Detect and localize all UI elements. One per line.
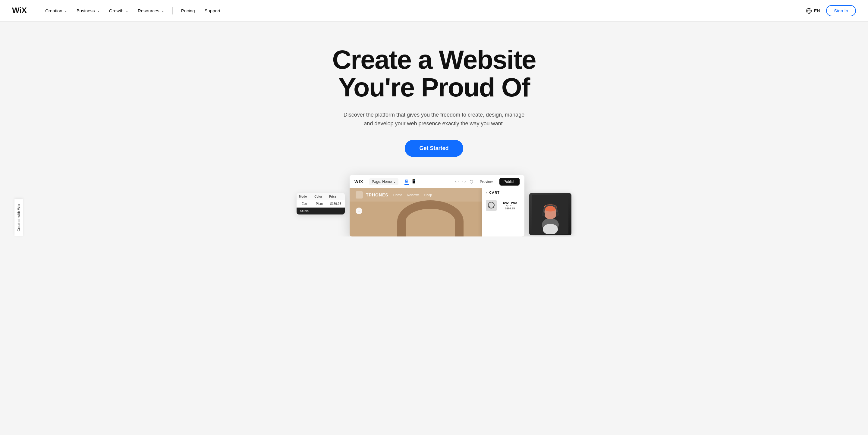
nav-links: Creation ⌄ Business ⌄ Growth ⌄ Resources… xyxy=(40,6,806,16)
nav-item-business[interactable]: Business ⌄ xyxy=(72,6,104,16)
page-icon-symbol: ☰ xyxy=(358,193,361,197)
preview-person-panel xyxy=(529,193,571,235)
editor-logo: WiX xyxy=(354,179,363,184)
redo-icon[interactable]: ↪ xyxy=(462,179,466,184)
svg-rect-13 xyxy=(542,212,545,216)
nav-item-pricing[interactable]: Pricing xyxy=(176,6,200,16)
hero-title: Create a Website You're Proud Of xyxy=(299,46,569,102)
table-cell-mode: Eco xyxy=(297,200,312,207)
hero-subtitle-text: Discover the platform that gives you the… xyxy=(344,112,524,127)
canvas-brand-name: TPHONES xyxy=(366,193,389,197)
nav-lang-label: EN xyxy=(814,8,820,13)
sign-in-button[interactable]: Sign In xyxy=(826,5,856,16)
table-row: Eco Plum $159.95 xyxy=(297,200,345,207)
nav-item-support[interactable]: Support xyxy=(200,6,225,16)
desktop-icon[interactable]: 🖥 xyxy=(404,179,409,185)
preview-table-panel: Mode Color Price Eco Plum $159.95 Studio xyxy=(297,193,345,214)
table-header-mode: Mode xyxy=(297,193,312,200)
nav-pricing-label: Pricing xyxy=(181,8,195,13)
editor-panel: WiX Page: Home ⌄ 🖥 📱 ↩ ↪ ⬡ Preview Publi… xyxy=(350,175,524,236)
canvas-nav-home: Home xyxy=(393,193,402,197)
svg-rect-14 xyxy=(556,212,559,216)
product-table: Mode Color Price Eco Plum $159.95 Studio xyxy=(297,193,345,214)
cart-item: END - PRO QTY: 1 $199.95 xyxy=(482,197,524,214)
hero-section: Create a Website You're Proud Of Discove… xyxy=(0,22,868,236)
get-started-button[interactable]: Get Started xyxy=(405,140,463,157)
chevron-down-icon: ⌄ xyxy=(393,179,396,184)
undo-icon[interactable]: ↩ xyxy=(455,179,459,184)
cart-title: CART xyxy=(489,191,500,194)
cart-header: › CART xyxy=(482,188,524,197)
nav-item-creation[interactable]: Creation ⌄ xyxy=(40,6,72,16)
nav-right: EN Sign In xyxy=(806,5,856,16)
mobile-icon[interactable]: 📱 xyxy=(411,179,416,185)
person-image xyxy=(529,193,571,235)
nav-language[interactable]: EN xyxy=(806,8,820,14)
cart-item-price: $199.95 xyxy=(499,207,521,210)
nav-support-label: Support xyxy=(205,8,221,13)
svg-text:WiX: WiX xyxy=(12,6,27,14)
globe-icon xyxy=(806,8,812,14)
sign-in-label: Sign In xyxy=(834,8,848,13)
table-cell-color-dark xyxy=(312,207,327,215)
preview-button[interactable]: Preview xyxy=(477,178,496,185)
canvas-nav-shop: Shop xyxy=(424,193,432,197)
cart-item-qty: QTY: 1 xyxy=(499,204,521,207)
table-header-color: Color xyxy=(312,193,327,200)
canvas-page-icon: ☰ xyxy=(355,191,363,199)
editor-device-icons: 🖥 📱 xyxy=(404,179,416,185)
cart-item-image xyxy=(486,200,497,211)
editor-page-label: Page: Home xyxy=(372,179,392,184)
person-silhouette-icon xyxy=(532,195,568,234)
chevron-down-icon: ⌄ xyxy=(64,9,67,12)
chevron-down-icon: ⌄ xyxy=(97,9,99,12)
cart-panel: › CART END - PRO xyxy=(482,188,524,236)
cart-item-name: END - PRO xyxy=(499,201,521,204)
cart-item-details: END - PRO QTY: 1 $199.95 xyxy=(499,201,521,210)
publish-button[interactable]: Publish xyxy=(499,178,520,186)
side-badge-text: Created with Wix xyxy=(17,204,21,231)
canvas-site-nav-left: ☰ TPHONES xyxy=(355,191,389,199)
table-header-price: Price xyxy=(327,193,345,200)
editor-canvas: ☰ TPHONES Home Reviews Shop + xyxy=(350,188,524,236)
headphone-arc xyxy=(397,200,464,236)
editor-toolbar: WiX Page: Home ⌄ 🖥 📱 ↩ ↪ ⬡ Preview Publi… xyxy=(350,175,524,188)
svg-rect-7 xyxy=(489,206,490,208)
nav-business-label: Business xyxy=(76,8,95,13)
hero-subtitle: Discover the platform that gives you the… xyxy=(341,110,527,128)
logo[interactable]: WiX xyxy=(12,6,30,15)
hero-title-line2: You're Proud Of xyxy=(338,72,530,102)
nav-divider xyxy=(173,7,173,14)
table-cell-price: $159.95 xyxy=(327,200,345,207)
chevron-down-icon: ⌄ xyxy=(161,9,164,12)
chevron-down-icon: ⌄ xyxy=(126,9,128,12)
hero-title-line1: Create a Website xyxy=(332,44,536,74)
table-row: Studio xyxy=(297,207,345,215)
preview-area: Mode Color Price Eco Plum $159.95 Studio xyxy=(12,175,856,236)
save-icon[interactable]: ⬡ xyxy=(470,179,473,184)
cart-back-icon[interactable]: › xyxy=(486,191,487,194)
editor-page-tab[interactable]: Page: Home ⌄ xyxy=(369,178,398,185)
headphone-product-icon xyxy=(487,201,496,210)
canvas-nav-reviews: Reviews xyxy=(407,193,420,197)
table-cell-price-dark xyxy=(327,207,345,215)
side-badge: Created with Wix xyxy=(14,199,23,236)
get-started-label: Get Started xyxy=(419,145,448,151)
navbar: WiX Creation ⌄ Business ⌄ Growth ⌄ Resou… xyxy=(0,0,868,22)
editor-toolbar-right: ↩ ↪ ⬡ Preview Publish xyxy=(455,178,520,186)
nav-item-resources[interactable]: Resources ⌄ xyxy=(133,6,169,16)
nav-creation-label: Creation xyxy=(45,8,62,13)
table-cell-mode-dark: Studio xyxy=(297,207,312,215)
table-cell-color: Plum xyxy=(312,200,327,207)
canvas-add-button[interactable]: + xyxy=(355,207,362,214)
canvas-nav-links: Home Reviews Shop xyxy=(393,193,432,197)
nav-resources-label: Resources xyxy=(138,8,159,13)
svg-rect-8 xyxy=(493,206,494,208)
nav-growth-label: Growth xyxy=(109,8,124,13)
nav-item-growth[interactable]: Growth ⌄ xyxy=(104,6,133,16)
